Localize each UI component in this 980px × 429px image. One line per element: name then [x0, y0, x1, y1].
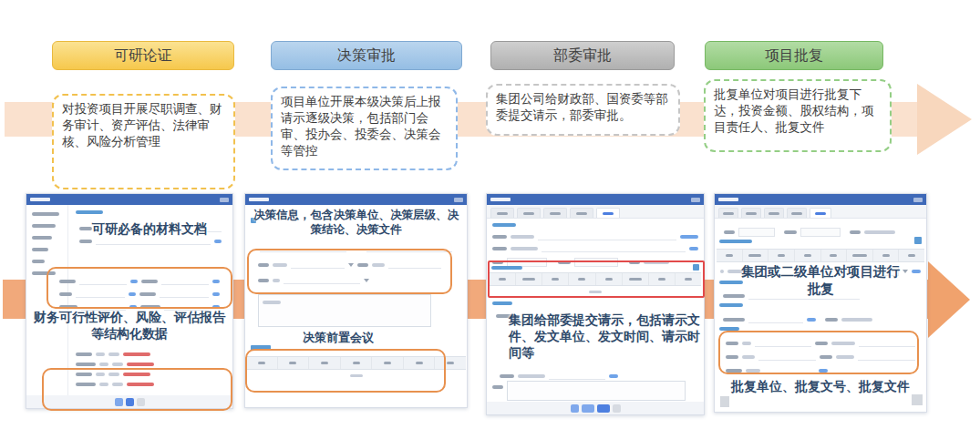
table-header-cell: [899, 250, 924, 261]
structured-data-link[interactable]: [123, 352, 150, 356]
row-action-link[interactable]: [912, 270, 921, 273]
window-title: [30, 198, 50, 201]
input-field[interactable]: [96, 238, 211, 245]
field-label: [850, 230, 861, 234]
annotation-decision-info: 决策信息，包含决策单位、决策层级、决策结论、决策文件: [249, 208, 463, 237]
input-field[interactable]: [549, 373, 605, 380]
tab-item[interactable]: [718, 208, 738, 218]
tab-item[interactable]: [490, 208, 514, 218]
field-label: [825, 318, 838, 322]
remark-textarea[interactable]: [258, 294, 431, 327]
field-value: [108, 352, 119, 356]
stage-header-ministry: 部委审批: [490, 41, 675, 70]
sidebar-item[interactable]: [32, 224, 56, 228]
upload-link[interactable]: [214, 240, 222, 243]
save-button[interactable]: [582, 404, 594, 413]
sidebar-item[interactable]: [32, 236, 52, 240]
view-file-link[interactable]: [609, 374, 618, 378]
table-header-cell: [795, 250, 821, 261]
remark-textarea[interactable]: [507, 381, 686, 401]
tab-bar: [715, 205, 926, 219]
stage-title: 可研论证: [114, 46, 172, 66]
stage-description-text: 对投资项目开展尽职调查、财务审计、资产评估、法律审核、风险分析管理: [62, 102, 222, 148]
field-value: [518, 374, 545, 378]
field-value: [511, 235, 534, 239]
scrollbar-thumb[interactable]: [912, 394, 923, 405]
scrollbar-thumb[interactable]: [720, 396, 729, 407]
tab-item-active[interactable]: [810, 208, 831, 218]
view-file-link[interactable]: [680, 235, 698, 239]
highlight-box: [46, 267, 232, 309]
tab-item[interactable]: [517, 208, 541, 218]
tab-item[interactable]: [787, 208, 807, 218]
cancel-button[interactable]: [613, 404, 621, 413]
highlight-box-red: [488, 260, 705, 298]
field-value: [99, 363, 108, 366]
section-title: [492, 223, 516, 227]
form-row: [492, 233, 698, 240]
field-value: [511, 247, 538, 250]
window-titlebar: [245, 194, 467, 205]
field-label: [76, 363, 96, 366]
stage-title: 部委审批: [553, 46, 612, 66]
table-header: [717, 249, 924, 262]
table-header-cell: [847, 250, 873, 261]
date-field[interactable]: [800, 228, 841, 237]
window-title: [490, 198, 511, 201]
tab-item[interactable]: [543, 208, 567, 218]
table-header-cell: [873, 250, 900, 261]
bottom-flow-arrow-icon: [928, 261, 970, 338]
view-file-link[interactable]: [689, 247, 698, 250]
stage-description-feasibility: 对投资项目开展尽职调查、财务审计、资产评估、法律审核、风险分析管理: [52, 94, 235, 189]
field-label: [784, 230, 797, 234]
stage-description-text: 项目单位开展本级决策后上报请示逐级决策，包括部门会审、投办会、投委会、决策会等管…: [281, 95, 441, 158]
field-value: [112, 363, 123, 366]
stage-description-decision: 项目单位开展本级决策后上报请示逐级决策，包括部门会审、投办会、投委会、决策会等管…: [271, 87, 458, 170]
form-row: [500, 373, 618, 380]
stage-title: 项目批复: [765, 46, 823, 66]
annotation-structured-data: 财务可行性评价、风险、评估报告等结构化数据: [32, 310, 227, 342]
input-field[interactable]: [748, 316, 803, 323]
structured-data-link[interactable]: [127, 363, 154, 366]
highlight-box: [247, 249, 452, 294]
input-field[interactable]: [538, 233, 676, 240]
annotation-materials: 可研必备的材料文档: [70, 221, 229, 238]
screenshot-approval-form: 集团或二级单位对项目进行批复 批复单位、批复文号、批复文件: [714, 193, 927, 413]
stage-header-decision: 决策审批: [271, 41, 462, 70]
view-file-link[interactable]: [807, 318, 816, 322]
section-title: [719, 303, 743, 307]
action-bar: [487, 402, 704, 414]
field-label: [723, 318, 745, 322]
annotation-ministry-request: 集团给部委提交请示，包括请示文件、发文单位、发文时间、请示时间等: [509, 312, 702, 362]
annotation-approval-fields: 批复单位、批复文号、批复文件: [724, 379, 917, 395]
input-field[interactable]: [542, 245, 686, 252]
field-label: [76, 352, 92, 356]
field-label: [492, 235, 507, 239]
window-close-icon[interactable]: [454, 198, 463, 202]
window-close-icon[interactable]: [691, 198, 700, 202]
window-close-icon[interactable]: [913, 198, 923, 202]
window-close-icon[interactable]: [220, 198, 229, 202]
sidebar-item[interactable]: [32, 212, 59, 216]
form-row: [79, 238, 222, 245]
stage-description-approval: 批复单位对项目进行批复下达，投资金额、股权结构，项目责任人、批复文件: [704, 79, 892, 152]
sidebar-item[interactable]: [32, 248, 48, 251]
tab-item[interactable]: [570, 208, 593, 218]
stage-description-text: 批复单位对项目进行批复下达，投资金额、股权结构，项目责任人、批复文件: [714, 87, 874, 134]
submit-button[interactable]: [597, 404, 610, 413]
sidebar-item[interactable]: [32, 260, 45, 263]
section-title: [76, 210, 103, 214]
window-title: [249, 198, 269, 201]
tab-item[interactable]: [741, 208, 761, 218]
input-field[interactable]: [738, 228, 775, 237]
back-button[interactable]: [571, 404, 579, 413]
screenshot-decision-form: 决策信息，包含决策单位、决策层级、决策结论、决策文件 决策前置会议: [244, 193, 468, 408]
tab-item-active[interactable]: [596, 208, 620, 218]
screenshot-ministry-form: 集团给部委提交请示，包括请示文件、发文单位、发文时间、请示时间等: [486, 193, 705, 415]
process-flow-diagram: 可研论证 决策审批 部委审批 项目批复 对投资项目开展尽职调查、财务审计、资产评…: [0, 0, 980, 429]
table-header-cell: [743, 250, 769, 261]
window-title: [718, 198, 738, 201]
add-row-icon[interactable]: [914, 237, 922, 244]
table-header-cell: [717, 250, 743, 261]
tab-item[interactable]: [764, 208, 784, 218]
